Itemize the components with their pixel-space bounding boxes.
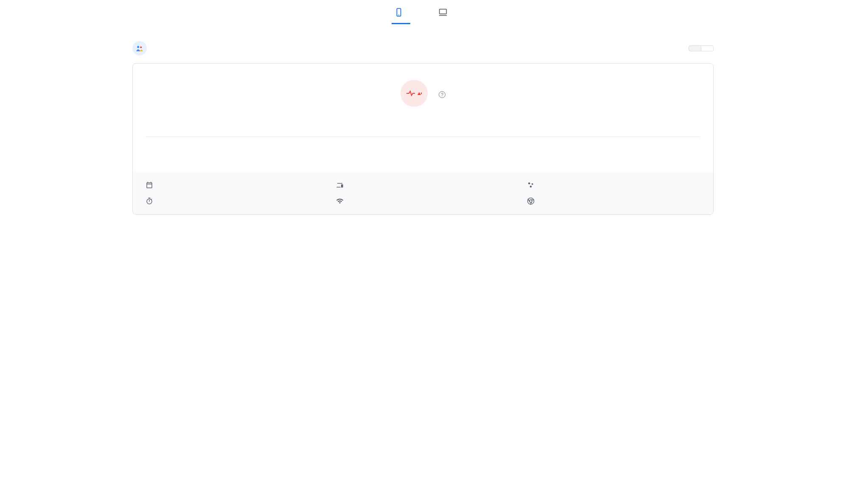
svg-point-9 — [529, 186, 532, 188]
section-label — [133, 137, 713, 151]
info-network — [336, 197, 510, 205]
wifi-icon — [336, 197, 344, 205]
tab-mobile[interactable] — [392, 4, 410, 24]
other-metrics — [133, 151, 713, 170]
assessment-panel: ? — [132, 63, 714, 215]
mobile-icon — [394, 8, 403, 17]
header-row — [132, 41, 714, 56]
chrome-icon — [527, 197, 535, 205]
desktop-icon — [438, 8, 448, 17]
scope-toggle — [689, 45, 714, 51]
info-period — [146, 181, 319, 189]
scope-this-url[interactable] — [689, 45, 701, 51]
scope-origin[interactable] — [701, 45, 714, 51]
svg-point-8 — [532, 183, 533, 185]
timer-icon — [146, 197, 153, 205]
info-durations — [146, 197, 319, 205]
svg-point-5 — [140, 46, 142, 48]
tab-desktop[interactable] — [436, 4, 454, 24]
help-icon[interactable]: ? — [439, 91, 445, 98]
svg-rect-2 — [440, 9, 447, 14]
expand-view-link[interactable] — [133, 107, 713, 114]
svg-point-4 — [137, 46, 139, 48]
calendar-icon — [146, 181, 153, 189]
status-icon — [401, 80, 428, 107]
scatter-icon — [527, 181, 535, 189]
info-samples — [527, 181, 700, 189]
svg-point-7 — [528, 182, 530, 185]
assessment-text: ? — [435, 88, 445, 99]
core-metrics — [133, 114, 713, 137]
users-icon — [132, 41, 147, 56]
devices-icon — [336, 181, 344, 189]
assessment: ? — [133, 80, 713, 107]
device-tabs — [132, 0, 714, 24]
info-devices — [336, 181, 510, 189]
info-versions — [527, 197, 700, 205]
info-box — [133, 172, 713, 214]
